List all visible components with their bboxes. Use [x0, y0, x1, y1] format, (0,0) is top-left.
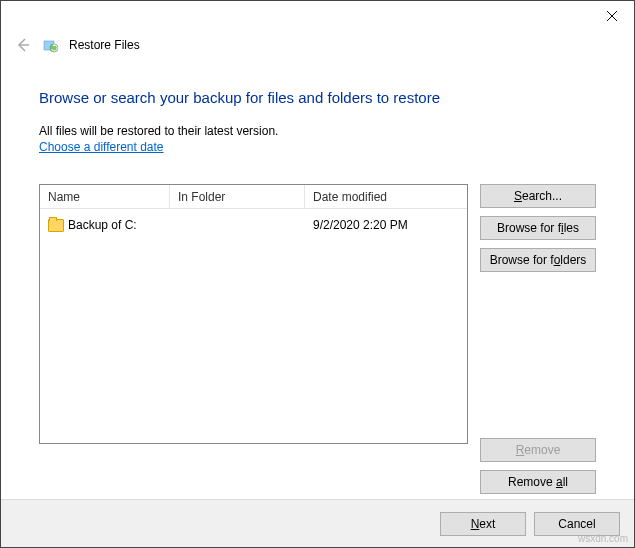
subtext: All files will be restored to their late…: [39, 124, 596, 138]
body-row: Name In Folder Date modified Backup of C…: [39, 184, 596, 494]
column-header-date[interactable]: Date modified: [305, 185, 467, 208]
next-button[interactable]: Next: [440, 512, 526, 536]
spacer: [480, 280, 596, 430]
item-date: 9/2/2020 2:20 PM: [305, 218, 467, 232]
titlebar: [1, 1, 634, 31]
browse-files-button[interactable]: Browse for files: [480, 216, 596, 240]
back-arrow-icon: [15, 37, 31, 53]
back-button[interactable]: [13, 37, 33, 53]
close-button[interactable]: [590, 1, 634, 31]
column-header-name[interactable]: Name: [40, 185, 170, 208]
remove-button: Remove: [480, 438, 596, 462]
app-icon: [43, 37, 59, 53]
item-name: Backup of C:: [68, 218, 137, 232]
remove-all-button[interactable]: Remove all: [480, 470, 596, 494]
list-item[interactable]: Backup of C: 9/2/2020 2:20 PM: [40, 213, 467, 237]
cancel-button[interactable]: Cancel: [534, 512, 620, 536]
listview-header: Name In Folder Date modified: [40, 185, 467, 209]
page-heading: Browse or search your backup for files a…: [39, 89, 596, 106]
folder-icon: [48, 219, 64, 232]
app-title: Restore Files: [69, 38, 140, 52]
column-header-folder[interactable]: In Folder: [170, 185, 305, 208]
footer: Next Cancel: [1, 499, 634, 547]
content-area: Browse or search your backup for files a…: [1, 59, 634, 494]
close-icon: [607, 11, 617, 21]
choose-date-link[interactable]: Choose a different date: [39, 140, 164, 154]
side-buttons: Search... Browse for files Browse for fo…: [480, 184, 596, 494]
header-row: Restore Files: [1, 31, 634, 59]
search-button[interactable]: Search...: [480, 184, 596, 208]
browse-folders-button[interactable]: Browse for folders: [480, 248, 596, 272]
watermark: wsxdn.com: [578, 533, 628, 544]
file-listview[interactable]: Name In Folder Date modified Backup of C…: [39, 184, 468, 444]
